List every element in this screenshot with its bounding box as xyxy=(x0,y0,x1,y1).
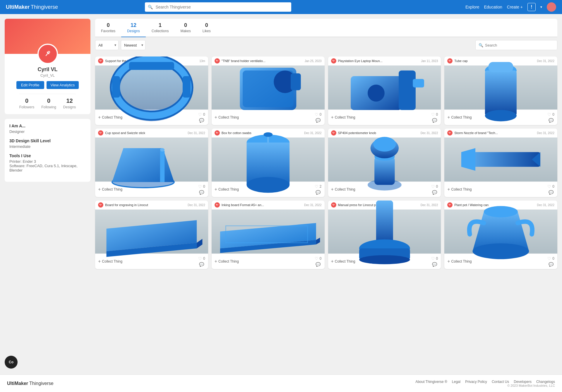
plus-icon: + xyxy=(215,259,217,264)
comment-icon: 💬 xyxy=(549,190,554,195)
footer-link[interactable]: Legal xyxy=(452,380,460,384)
footer-copyright: © 2023 MakerBot Industries, LLC xyxy=(415,384,555,387)
plus-icon: + xyxy=(331,187,334,192)
collect-button[interactable]: + Collect Thing xyxy=(447,115,472,120)
collect-button[interactable]: + Collect Thing xyxy=(98,115,122,120)
footer-links: About Thingiverse ®LegalPrivacy PolicyCo… xyxy=(415,380,555,384)
heart-icon: ♡ xyxy=(198,184,202,189)
like-row: ♡ 0 xyxy=(431,112,438,117)
tab-collections[interactable]: 1Collections xyxy=(146,19,175,37)
collect-button[interactable]: + Collect Thing xyxy=(331,259,355,264)
avatar xyxy=(37,44,58,64)
collect-button[interactable]: + Collect Thing xyxy=(447,259,472,264)
view-analytics-button[interactable]: View Analytics xyxy=(47,81,79,89)
like-row: ♡ 0 xyxy=(315,112,322,117)
heart-icon: ♡ xyxy=(315,256,318,261)
plus-icon: + xyxy=(447,187,450,192)
like-area: ♡ 0 💬 xyxy=(547,184,554,195)
collect-button[interactable]: + Collect Thing xyxy=(331,115,355,120)
plus-icon: + xyxy=(331,115,334,120)
filter-all-select[interactable]: All xyxy=(95,40,119,50)
svg-rect-17 xyxy=(291,73,301,90)
plus-icon: + xyxy=(447,259,450,264)
collect-label: Collect Thing xyxy=(451,187,472,191)
like-count: 0 xyxy=(552,184,554,189)
footer-link[interactable]: Contact Us xyxy=(492,380,509,384)
comment-icon: 💬 xyxy=(199,118,204,123)
collect-button[interactable]: + Collect Thing xyxy=(447,187,472,192)
footer-logo-light: Thingiverse xyxy=(29,381,54,386)
avatar-button[interactable] xyxy=(547,2,556,12)
tools-printer: Printer: Ender 3 xyxy=(9,159,86,164)
tab-likes[interactable]: 0Likes xyxy=(197,19,217,37)
info-card: I Am A... Designer 3D Design Skill Level… xyxy=(5,119,90,182)
like-row: ♡ 0 xyxy=(547,184,554,189)
heart-icon: ♡ xyxy=(315,112,318,117)
edit-profile-button[interactable]: Edit Profile xyxy=(16,81,44,89)
like-count: 0 xyxy=(203,112,205,117)
filter-newest-wrapper: Newest xyxy=(121,40,145,50)
like-area: ♡ 0 💬 xyxy=(547,112,554,123)
collect-button[interactable]: + Collect Thing xyxy=(215,187,239,192)
like-row: ♡ 2 xyxy=(315,184,322,189)
collect-button[interactable]: + Collect Thing xyxy=(215,115,239,120)
collect-label: Collect Thing xyxy=(335,115,355,119)
svg-point-88 xyxy=(484,206,518,218)
like-area: ♡ 0 💬 xyxy=(198,184,205,195)
like-count: 0 xyxy=(552,112,554,117)
search-input[interactable] xyxy=(145,2,291,12)
like-count: 0 xyxy=(203,256,205,261)
explore-link[interactable]: Explore xyxy=(465,5,479,9)
footer-link[interactable]: Changelogs xyxy=(536,380,555,384)
profile-stats: 0 Followers 0 Following 12 Designs xyxy=(19,94,76,109)
education-link[interactable]: Education xyxy=(484,5,502,9)
like-row: ♡ 0 xyxy=(431,256,438,261)
tab-designs[interactable]: 12Designs xyxy=(121,19,145,37)
cookie-label: Co xyxy=(9,360,13,364)
notification-button[interactable]: ! xyxy=(527,3,536,11)
create-button[interactable]: Create + xyxy=(507,5,523,9)
thing-image xyxy=(212,210,325,254)
like-area: ♡ 0 💬 xyxy=(431,256,438,267)
thing-card: Box for cotton swabs Dec 31, 2022 + Coll… xyxy=(212,129,325,197)
footer-link[interactable]: Privacy Policy xyxy=(465,380,487,384)
tab-favorites[interactable]: 0Favorites xyxy=(95,19,121,37)
iam-value: Designer xyxy=(9,129,86,134)
followers-label: Followers xyxy=(19,105,34,109)
heart-icon: ♡ xyxy=(198,256,202,261)
collect-label: Collect Thing xyxy=(451,259,472,263)
filter-newest-select[interactable]: Newest xyxy=(121,40,145,50)
footer-link[interactable]: About Thingiverse ® xyxy=(415,380,447,384)
comment-icon: 💬 xyxy=(316,190,321,195)
like-count: 2 xyxy=(320,184,322,189)
svg-rect-23 xyxy=(413,79,424,88)
like-row: ♡ 0 xyxy=(315,256,322,261)
following-count: 0 xyxy=(41,97,56,104)
svg-point-24 xyxy=(368,85,385,102)
like-count: 0 xyxy=(320,256,322,261)
like-row: ♡ 0 xyxy=(198,184,205,189)
svg-rect-53 xyxy=(374,157,395,185)
chevron-down-icon[interactable]: ▾ xyxy=(540,5,542,9)
filter-search-input[interactable] xyxy=(485,43,554,47)
collect-button[interactable]: + Collect Thing xyxy=(98,259,122,264)
cookie-bubble[interactable]: Co xyxy=(5,356,18,369)
plus-icon: + xyxy=(98,187,101,192)
svg-rect-9 xyxy=(112,76,120,97)
iam-section: I Am A... Designer xyxy=(9,124,86,134)
collect-button[interactable]: + Collect Thing xyxy=(331,187,355,192)
heart-icon: ♡ xyxy=(547,184,551,189)
tools-section: Tools I Use Printer: Ender 3 Software: F… xyxy=(9,153,86,172)
svg-point-40 xyxy=(160,148,165,152)
thing-card: Storm Nozzle of brand "Tech... Dec 31, 2… xyxy=(444,129,557,197)
footer-link[interactable]: Developers xyxy=(514,380,532,384)
collect-label: Collect Thing xyxy=(218,259,239,263)
like-row: ♡ 0 xyxy=(198,256,205,261)
collect-button[interactable]: + Collect Thing xyxy=(98,187,122,192)
collect-button[interactable]: + Collect Thing xyxy=(215,259,239,264)
like-count: 0 xyxy=(436,184,438,189)
tab-makes[interactable]: 0Makes xyxy=(174,19,196,37)
comment-icon: 💬 xyxy=(549,118,554,123)
like-area: ♡ 0 💬 xyxy=(315,112,322,123)
tools-title: Tools I Use xyxy=(9,153,86,158)
